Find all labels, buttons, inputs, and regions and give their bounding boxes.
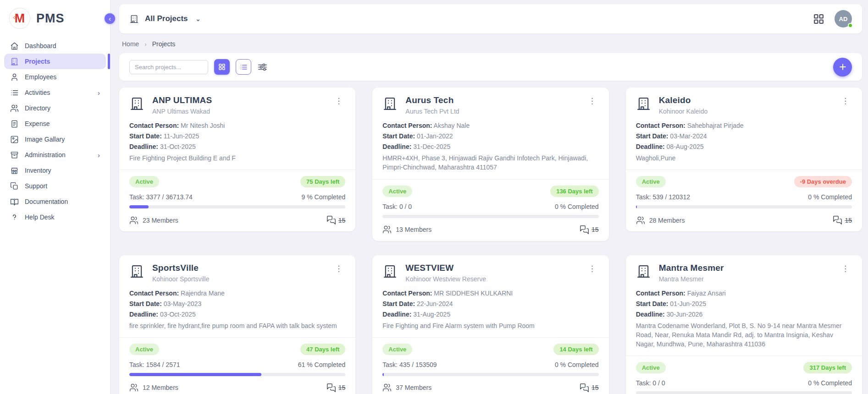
chat-bubbles-icon [580,383,589,393]
sidebar-item-activities[interactable]: Activities › [4,85,106,100]
sidebar-item-help-desk[interactable]: Help Desk [4,209,106,225]
divider [119,170,355,170]
sidebar-item-image-gallery[interactable]: Image Gallary [4,131,106,147]
project-card[interactable]: Mantra Mesmer Mantra Mesmer ⋮ Contact Pe… [626,255,862,394]
chevron-down-icon: ⌄ [196,16,201,22]
chat-button[interactable]: 15 [580,225,599,235]
task-count: Task: 435 / 153509 [382,361,437,368]
card-menu-button[interactable]: ⋮ [586,95,599,107]
contact-label: Contact Person: [636,122,686,129]
project-subtitle: Kohinoor Sportsville [152,275,210,283]
progress-fill [636,205,637,208]
add-project-button[interactable] [833,58,852,77]
grid-icon [813,13,824,25]
status-badge: Active [129,176,159,187]
sidebar-item-support[interactable]: Support [4,178,106,194]
members-button[interactable]: 13 Members [382,225,431,234]
status-badge: Active [382,344,412,355]
sidebar-item-administration[interactable]: Administration › [4,147,106,163]
chat-button[interactable]: 15 [580,383,599,393]
breadcrumb-current[interactable]: Projects [152,40,176,48]
sidebar-item-label: Administration [25,151,66,159]
divider [372,179,608,180]
sidebar-collapse-button[interactable]: ‹ [105,13,115,24]
sidebar-item-directory[interactable]: Directory [4,100,106,116]
contact-value: Akshay Nale [434,122,470,129]
deadline-value: 30-Jun-2026 [667,311,703,318]
avatar-initials: AD [839,16,848,22]
progress-bar [129,205,345,208]
avatar[interactable]: AD [835,10,852,27]
card-menu-button[interactable]: ⋮ [332,95,345,107]
contact-value: Faiyaz Ansari [687,290,726,297]
start-date-value: 03-Mar-2024 [670,132,707,140]
days-badge: 317 Days left [803,362,852,373]
active-indicator [108,54,110,69]
members-count: 12 Members [143,384,178,391]
breadcrumb-home[interactable]: Home [122,40,139,48]
logo-icon: M [9,8,30,29]
contact-value: MR SIDDHESH KULKARNI [434,290,513,297]
card-menu-button[interactable]: ⋮ [332,263,345,274]
chat-button[interactable]: 15 [326,215,346,225]
project-card[interactable]: Aurus Tech Aurus Tech Pvt Ltd ⋮ Contact … [372,88,608,241]
archive-icon [10,151,19,159]
members-button[interactable]: 23 Members [129,216,178,225]
progress-fill [382,373,383,376]
sidebar-item-inventory[interactable]: Inventory [4,163,106,178]
sidebar-item-projects[interactable]: Projects [4,54,106,69]
start-date-label: Start Date: [382,132,415,140]
chat-button[interactable]: 15 [326,383,346,393]
deadline-label: Deadline: [382,143,411,150]
members-count: 23 Members [143,217,178,224]
members-button[interactable]: 37 Members [382,383,431,392]
card-menu-button[interactable]: ⋮ [839,95,852,107]
start-date-label: Start Date: [129,132,162,140]
sidebar-item-label: Documentation [25,198,68,205]
book-icon [10,197,19,206]
apps-grid-button[interactable] [813,13,824,25]
task-count: Task: 3377 / 36713.74 [129,193,193,201]
chat-button[interactable]: 15 [833,215,852,225]
completed-percent: 9 % Completed [302,193,346,201]
status-badge: Active [636,176,666,187]
completed-percent: 0 % Completed [555,361,599,368]
card-menu-button[interactable]: ⋮ [839,263,852,274]
project-card[interactable]: Kaleido Kohinoor Kaleido ⋮ Contact Perso… [626,88,862,231]
sidebar-item-documentation[interactable]: Documentation [4,194,106,209]
chat-count: 15 [592,384,599,391]
building-icon [129,14,139,24]
start-date-label: Start Date: [636,132,669,140]
project-card[interactable]: ANP ULTIMAS ANP Ultimas Wakad ⋮ Contact … [119,88,355,231]
users-icon [382,225,392,234]
card-menu-button[interactable]: ⋮ [586,263,599,274]
copy-icon [10,182,19,191]
progress-bar [382,373,598,376]
sidebar-item-employees[interactable]: Employees [4,69,106,85]
project-name: Mantra Mesmer [659,263,724,273]
project-card[interactable]: SportsVille Kohinoor Sportsville ⋮ Conta… [119,255,355,394]
project-card[interactable]: WESTVIEW Kohinoor Westview Reserve ⋮ Con… [372,255,608,394]
users-icon [129,383,138,392]
start-date-value: 22-Jun-2024 [417,300,453,307]
sidebar-item-label: Support [25,182,47,190]
start-date-value: 11-Jun-2025 [164,132,199,140]
project-scope-dropdown[interactable]: All Projects ⌄ [129,14,200,24]
members-button[interactable]: 28 Members [636,216,685,225]
app-title: PMS [36,11,65,26]
sidebar-item-label: Inventory [25,167,51,174]
filter-button[interactable] [257,62,268,72]
project-subtitle: Aurus Tech Pvt Ltd [405,108,459,115]
progress-bar [129,373,345,376]
task-count: Task: 0 / 0 [636,379,665,387]
deadline-label: Deadline: [129,143,158,150]
list-view-button[interactable] [236,59,251,75]
contact-label: Contact Person: [382,122,432,129]
sidebar-item-dashboard[interactable]: Dashboard [4,38,106,54]
completed-percent: 61 % Completed [298,361,346,368]
sidebar-item-label: Employees [25,73,56,81]
grid-view-button[interactable] [214,59,230,75]
search-input[interactable] [129,60,208,74]
sidebar-item-expense[interactable]: Expense [4,116,106,131]
members-button[interactable]: 12 Members [129,383,178,392]
